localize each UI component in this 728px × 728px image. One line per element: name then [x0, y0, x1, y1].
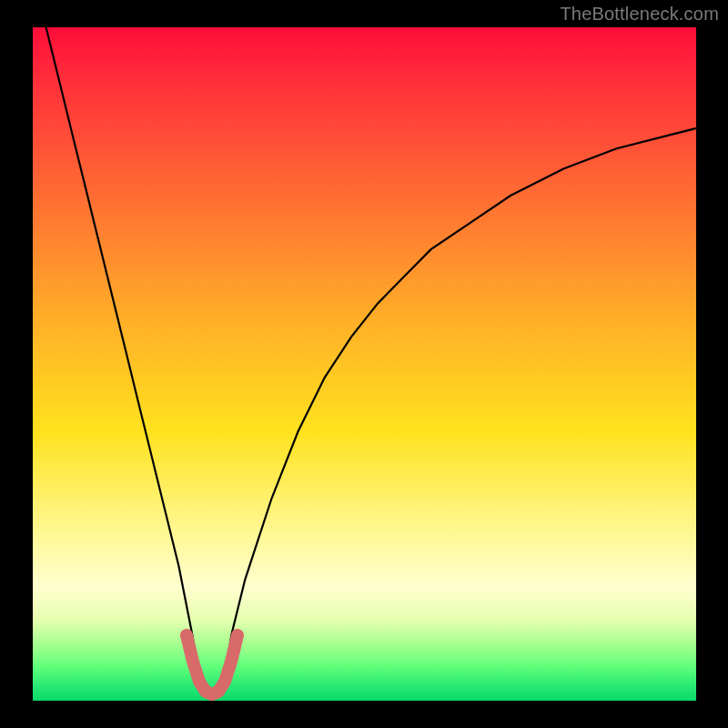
- chart-frame: TheBottleneck.com: [0, 0, 728, 728]
- plot-area: [33, 27, 696, 701]
- bottleneck-curve: [46, 27, 696, 697]
- curve-layer: [33, 27, 696, 701]
- highlight-valley: [187, 635, 238, 694]
- watermark-text: TheBottleneck.com: [560, 4, 719, 25]
